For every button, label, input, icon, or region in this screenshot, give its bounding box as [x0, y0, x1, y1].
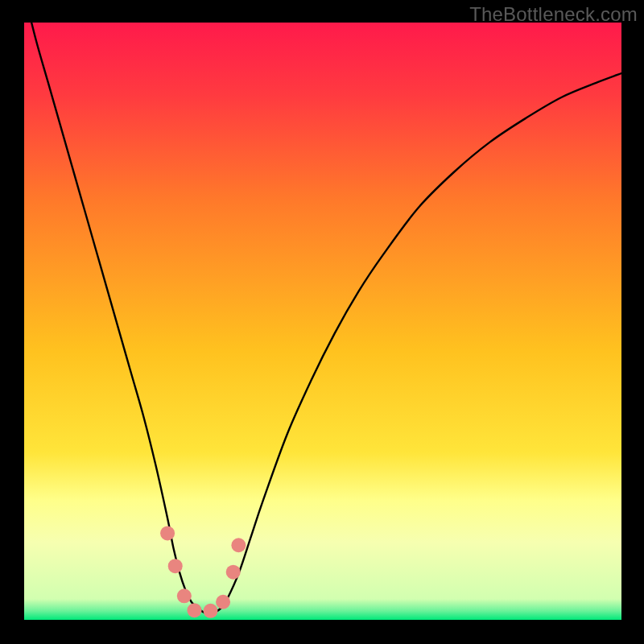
curve-marker — [168, 559, 183, 573]
gradient-background — [24, 23, 621, 620]
curve-marker — [231, 538, 246, 552]
chart-frame: TheBottleneck.com — [0, 0, 644, 644]
curve-marker — [216, 595, 230, 609]
curve-marker — [160, 526, 175, 540]
curve-marker — [187, 603, 201, 617]
curve-marker — [226, 565, 241, 580]
curve-marker — [204, 604, 218, 618]
bottleneck-chart — [24, 23, 621, 620]
curve-marker — [177, 588, 192, 603]
